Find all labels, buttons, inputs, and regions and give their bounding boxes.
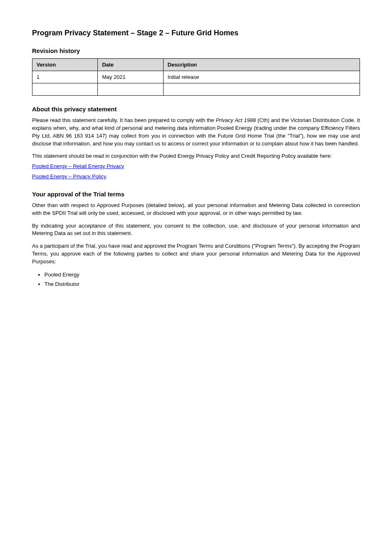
approved-parties-list: Pooled Energy The Distributor	[44, 271, 360, 289]
about-paragraph-2: This statement should be read in conjunc…	[32, 152, 360, 160]
cell-date: May 2021	[98, 71, 163, 83]
section-heading-revhist: Revision history	[32, 47, 360, 54]
table-row: 1 May 2021 Initial release	[32, 71, 360, 83]
cell-version	[32, 83, 98, 96]
text: Please read this statement carefully. It…	[32, 117, 216, 123]
col-header-version: Version	[32, 59, 98, 71]
section-heading-about: About this privacy statement	[32, 106, 360, 113]
table-row	[32, 83, 360, 96]
section-heading-approve: Your approval of the Trial terms	[32, 191, 360, 198]
cell-version: 1	[32, 71, 98, 83]
page-title: Program Privacy Statement – Stage 2 – Fu…	[32, 29, 360, 37]
act-citation: Privacy Act 1988	[216, 117, 256, 123]
col-header-date: Date	[98, 59, 163, 71]
list-item: The Distributor	[44, 280, 360, 289]
about-paragraph-1: Please read this statement carefully. It…	[32, 117, 360, 147]
approve-paragraph-1: Other than with respect to Approved Purp…	[32, 202, 360, 217]
cell-desc: Initial release	[163, 71, 360, 83]
link-retail-privacy[interactable]: Pooled Energy – Retail Energy Privacy	[32, 163, 124, 169]
link-privacy-policy[interactable]: Pooled Energy – Privacy Policy	[32, 173, 106, 180]
cell-desc	[163, 83, 360, 96]
revision-history-table: Version Date Description 1 May 2021 Init…	[32, 58, 360, 96]
table-header-row: Version Date Description	[32, 59, 360, 71]
about-link-line-1: Pooled Energy – Retail Energy Privacy	[32, 163, 360, 170]
list-item: Pooled Energy	[44, 271, 360, 279]
approve-paragraph-2: By indicating your acceptance of this st…	[32, 222, 360, 238]
cell-date	[98, 83, 163, 96]
approve-paragraph-3: As a participant of the Trial, you have …	[32, 242, 360, 266]
col-header-description: Description	[163, 59, 360, 71]
about-link-line-2: Pooled Energy – Privacy Policy	[32, 173, 360, 181]
